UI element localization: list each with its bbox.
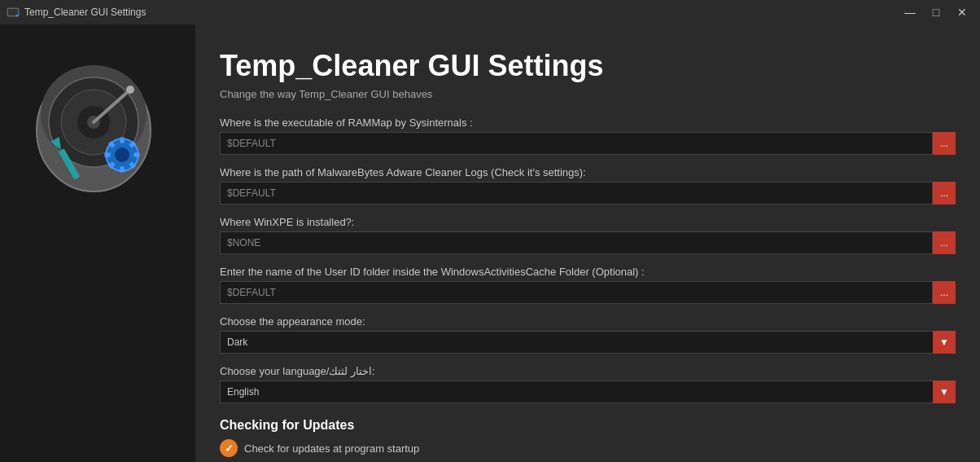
svg-point-2 <box>16 15 19 17</box>
svg-rect-13 <box>120 137 124 143</box>
page-title: Temp_Cleaner GUI Settings <box>220 49 956 83</box>
main-content: Temp_Cleaner GUI Settings Change the way… <box>0 24 980 462</box>
updates-section-title: Checking for Updates <box>220 418 956 433</box>
winxpe-input-row: ... <box>220 231 956 254</box>
appearance-dropdown-row: Dark Light System ▼ <box>220 331 956 354</box>
updates-checkbox-label: Check for updates at program startup <box>244 442 419 455</box>
page-subtitle: Change the way Temp_Cleaner GUI behaves <box>220 88 956 100</box>
svg-point-12 <box>115 147 129 162</box>
close-button[interactable]: ✕ <box>951 3 973 21</box>
minimize-button[interactable]: — <box>899 3 921 21</box>
winxpe-input[interactable] <box>220 231 933 254</box>
rammap-group: Where is the executable of RAMMap by Sys… <box>220 117 956 155</box>
left-panel <box>0 24 195 462</box>
rammap-input[interactable] <box>220 132 933 155</box>
title-bar-controls: — □ ✕ <box>899 3 973 21</box>
appearance-select[interactable]: Dark Light System <box>220 331 956 354</box>
rammap-label: Where is the executable of RAMMap by Sys… <box>220 117 956 129</box>
language-group: Choose your language/اختار لثتك: English… <box>220 365 956 403</box>
malwarebytes-input-row: ... <box>220 182 956 205</box>
language-select[interactable]: English Arabic French <box>220 381 956 403</box>
app-icon <box>7 6 20 19</box>
rammap-input-row: ... <box>220 132 956 155</box>
appearance-label: Choose the appearance mode: <box>220 315 956 328</box>
winxpe-label: Where WinXPE is installed?: <box>220 216 956 228</box>
winxpe-group: Where WinXPE is installed?: ... <box>220 216 956 254</box>
rammap-browse-button[interactable]: ... <box>933 132 956 155</box>
userid-group: Enter the name of the User ID folder ins… <box>220 266 956 304</box>
language-label: Choose your language/اختار لثتك: <box>220 365 956 377</box>
malwarebytes-input[interactable] <box>220 182 933 205</box>
malwarebytes-label: Where is the path of MalwareBytes Adware… <box>220 166 956 178</box>
updates-checkbox[interactable]: ✓ <box>220 439 238 457</box>
hdd-logo-icon <box>24 57 171 204</box>
userid-input-row: ... <box>220 281 956 304</box>
maximize-button[interactable]: □ <box>925 3 947 21</box>
language-dropdown-row: English Arabic French ▼ <box>220 381 956 403</box>
updates-checkbox-row: ✓ Check for updates at program startup <box>220 439 956 457</box>
title-bar-text: Temp_Cleaner GUI Settings <box>24 7 146 18</box>
userid-browse-button[interactable]: ... <box>933 281 956 304</box>
svg-rect-16 <box>133 152 139 156</box>
title-bar: Temp_Cleaner GUI Settings — □ ✕ <box>0 0 980 24</box>
malwarebytes-browse-button[interactable]: ... <box>933 182 956 205</box>
userid-input[interactable] <box>220 281 933 304</box>
svg-rect-15 <box>104 152 110 156</box>
updates-section: Checking for Updates ✓ Check for updates… <box>220 415 956 462</box>
title-bar-left: Temp_Cleaner GUI Settings <box>7 6 146 19</box>
svg-rect-14 <box>120 166 124 172</box>
winxpe-browse-button[interactable]: ... <box>933 231 956 254</box>
appearance-group: Choose the appearance mode: Dark Light S… <box>220 315 956 354</box>
right-panel: Temp_Cleaner GUI Settings Change the way… <box>195 24 980 462</box>
checkmark-icon: ✓ <box>225 442 234 455</box>
malwarebytes-group: Where is the path of MalwareBytes Adware… <box>220 166 956 205</box>
svg-point-10 <box>126 86 134 94</box>
userid-label: Enter the name of the User ID folder ins… <box>220 266 956 278</box>
